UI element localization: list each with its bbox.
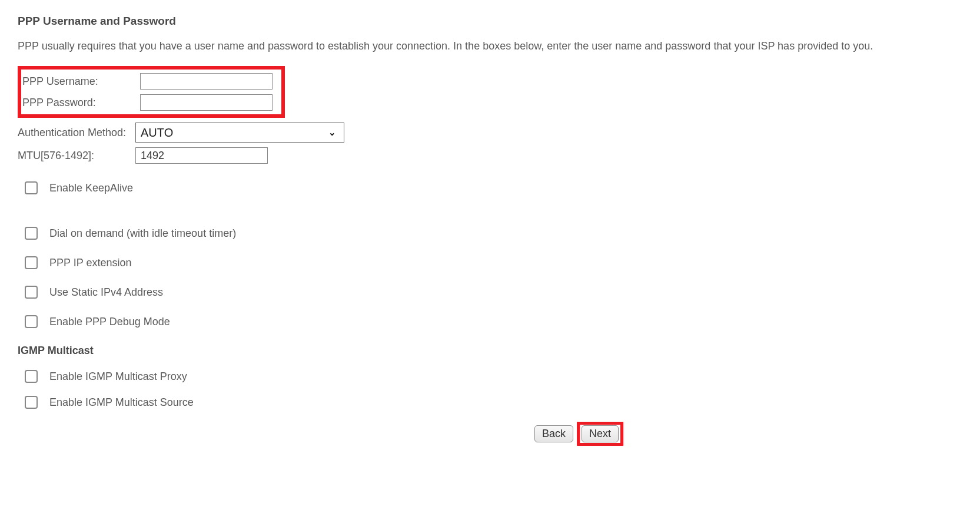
mtu-input[interactable] (135, 147, 268, 164)
ppp-ip-extension-checkbox[interactable] (25, 256, 38, 269)
debug-mode-checkbox[interactable] (25, 315, 38, 328)
igmp-source-checkbox[interactable] (25, 396, 38, 409)
igmp-proxy-label: Enable IGMP Multicast Proxy (49, 371, 187, 383)
back-button[interactable]: Back (534, 425, 573, 442)
ppp-password-label: PPP Password: (22, 95, 140, 111)
next-button[interactable]: Next (582, 425, 619, 442)
static-ipv4-label: Use Static IPv4 Address (49, 286, 163, 299)
debug-mode-label: Enable PPP Debug Mode (49, 316, 170, 328)
igmp-source-label: Enable IGMP Multicast Source (49, 396, 194, 409)
igmp-proxy-checkbox[interactable] (25, 370, 38, 383)
igmp-heading: IGMP Multicast (18, 345, 962, 357)
ppp-username-input[interactable] (140, 73, 273, 90)
next-button-highlight: Next (577, 422, 623, 446)
auth-method-select[interactable]: AUTO (135, 123, 344, 143)
ppp-username-label: PPP Username: (22, 74, 140, 90)
page-description: PPP usually requires that you have a use… (18, 38, 962, 54)
ppp-password-input[interactable] (140, 94, 273, 111)
keepalive-label: Enable KeepAlive (49, 182, 133, 194)
page-title: PPP Username and Password (18, 15, 962, 28)
credentials-highlight: PPP Username: PPP Password: (18, 66, 285, 118)
dial-on-demand-checkbox[interactable] (25, 227, 38, 240)
mtu-label: MTU[576-1492]: (18, 148, 135, 164)
auth-method-label: Authentication Method: (18, 125, 135, 141)
keepalive-checkbox[interactable] (25, 181, 38, 194)
nav-buttons: Back Next (534, 422, 962, 446)
ppp-ip-extension-label: PPP IP extension (49, 257, 131, 269)
dial-on-demand-label: Dial on demand (with idle timeout timer) (49, 227, 236, 240)
static-ipv4-checkbox[interactable] (25, 286, 38, 299)
